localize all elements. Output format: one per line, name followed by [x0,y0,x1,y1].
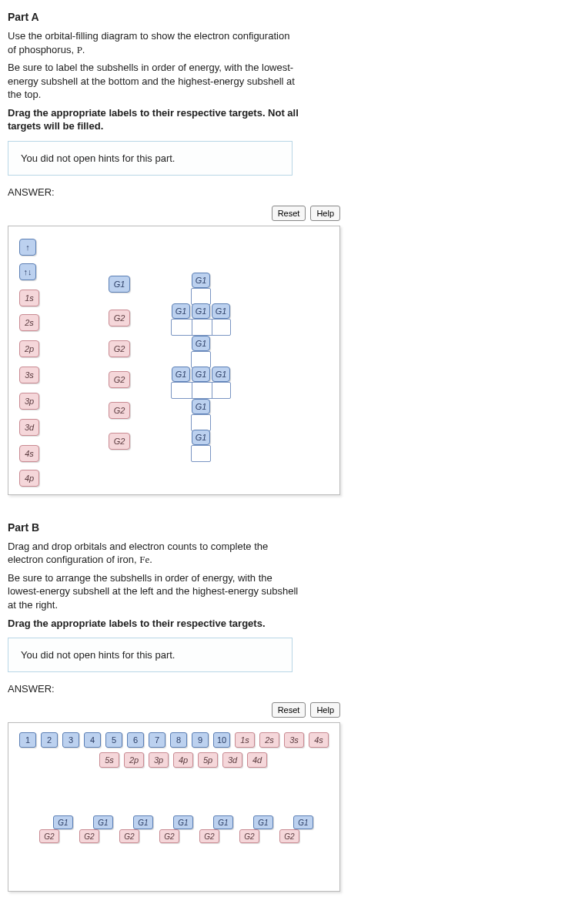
count-7-tile[interactable]: 7 [149,732,165,748]
g2-label-tile-5[interactable]: G2 [109,433,130,450]
part-a-paragraph-1: Use the orbital-filling diagram to show … [8,29,300,56]
g1-label-tile-col2[interactable]: G1 [109,276,130,293]
hint-box-a: You did not open hints for this part. [8,141,293,176]
workspace-a[interactable]: ↑ ↑↓ 1s 2s 2p 3s 3p 3d 4s 4p G1 G2 G2 G2… [8,226,340,495]
count-1-tile[interactable]: 1 [19,732,36,748]
answer-label-a: ANSWER: [8,186,557,198]
text: . [82,44,85,55]
orbital-3p-tile[interactable]: 3p [149,752,169,768]
electron-g1-r2c[interactable]: G1 [212,303,230,319]
count-6-tile[interactable]: 6 [127,732,144,748]
target-g1-3[interactable]: G1 [133,815,153,829]
part-a-title: Part A [8,11,557,23]
count-3-tile[interactable]: 3 [62,732,79,748]
electron-g1-r6[interactable]: G1 [192,430,210,445]
orbital-2p-tile[interactable]: 2p [124,752,144,768]
drop-slot-r6[interactable] [191,445,211,462]
drop-slot-r3[interactable] [191,351,211,368]
orbital-5s-tile[interactable]: 5s [99,752,119,768]
element-symbol-fe: Fe [139,554,149,565]
orbital-3d-tile[interactable]: 3d [222,752,242,768]
text: Drag and drop orbitals and electron coun… [8,541,268,566]
drop-slot-r4[interactable] [171,382,231,399]
target-pair-6[interactable]: G1 G2 [239,815,273,843]
target-pair-5[interactable]: G1 G2 [199,815,233,843]
subshell-2p-tile[interactable]: 2p [19,340,39,357]
part-b-paragraph-2: Be sure to arrange the subshells in orde… [8,571,300,612]
reset-button-b[interactable]: Reset [272,702,306,718]
drop-slot-r2[interactable] [171,319,231,336]
electron-g1-r4b[interactable]: G1 [192,367,210,382]
orbital-4s-tile[interactable]: 4s [309,732,329,748]
drop-slot-r5[interactable] [191,414,211,431]
answer-label-b: ANSWER: [8,683,557,695]
target-g1-5[interactable]: G1 [213,815,233,829]
target-g2-7[interactable]: G2 [279,829,299,843]
count-4-tile[interactable]: 4 [84,732,101,748]
reset-button-a[interactable]: Reset [272,206,306,221]
orbital-5p-tile[interactable]: 5p [198,752,218,768]
target-g1-7[interactable]: G1 [293,815,313,829]
electron-g1-r2a[interactable]: G1 [172,303,190,319]
orbital-4p-tile[interactable]: 4p [173,752,193,768]
target-pair-1[interactable]: G1 G2 [39,815,73,843]
help-button-a[interactable]: Help [310,206,340,221]
target-g2-5[interactable]: G2 [199,829,219,843]
target-pair-3[interactable]: G1 G2 [119,815,153,843]
target-pair-2[interactable]: G1 G2 [79,815,113,843]
target-g2-6[interactable]: G2 [239,829,259,843]
target-g2-1[interactable]: G2 [39,829,59,843]
subshell-3d-tile[interactable]: 3d [19,419,39,436]
target-g1-4[interactable]: G1 [173,815,193,829]
orbital-4d-tile[interactable]: 4d [247,752,267,768]
electron-g1-r3[interactable]: G1 [192,336,210,351]
count-9-tile[interactable]: 9 [192,732,209,748]
target-g1-1[interactable]: G1 [53,815,73,829]
electron-g1-r4c[interactable]: G1 [212,367,230,382]
electron-g1-r2b[interactable]: G1 [192,303,210,319]
orbital-3s-tile[interactable]: 3s [284,732,304,748]
subshell-3s-tile[interactable]: 3s [19,367,39,383]
subshell-4s-tile[interactable]: 4s [19,445,39,462]
g2-label-tile-3[interactable]: G2 [109,371,130,388]
hint-box-b: You did not open hints for this part. [8,638,293,672]
target-g2-3[interactable]: G2 [119,829,139,843]
subshell-1s-tile[interactable]: 1s [19,290,39,306]
hint-text: You did not open hints for this part. [21,152,175,164]
orbital-2s-tile[interactable]: 2s [259,732,279,748]
part-a-paragraph-2: Be sure to label the subshells in order … [8,61,300,102]
arrow-updown-tile[interactable]: ↑↓ [19,263,36,280]
count-2-tile[interactable]: 2 [41,732,58,748]
g2-label-tile-2[interactable]: G2 [109,340,130,357]
subshell-3p-tile[interactable]: 3p [19,393,39,410]
electron-g1-r5[interactable]: G1 [192,399,210,414]
target-pair-4[interactable]: G1 G2 [159,815,193,843]
electron-g1-r4a[interactable]: G1 [172,367,190,382]
g2-label-tile-4[interactable]: G2 [109,402,130,419]
subshell-4p-tile[interactable]: 4p [19,470,39,487]
text: . [149,554,152,565]
count-8-tile[interactable]: 8 [170,732,187,748]
g2-label-tile-1[interactable]: G2 [109,310,130,326]
electron-g1-r1[interactable]: G1 [192,273,210,288]
help-button-b[interactable]: Help [310,702,340,718]
target-g2-4[interactable]: G2 [159,829,179,843]
target-g2-2[interactable]: G2 [79,829,99,843]
part-b-title: Part B [8,521,557,534]
drop-slot-r1[interactable] [191,288,211,305]
element-symbol-p: P [77,44,82,55]
target-pair-7[interactable]: G1 G2 [279,815,313,843]
text: Use the orbital-filling diagram to show … [8,30,289,55]
orbital-1s-tile[interactable]: 1s [235,732,255,748]
part-b-paragraph-1: Drag and drop orbitals and electron coun… [8,540,300,567]
subshell-2s-tile[interactable]: 2s [19,314,39,331]
target-g1-6[interactable]: G1 [253,815,273,829]
count-5-tile[interactable]: 5 [105,732,122,748]
arrow-up-tile[interactable]: ↑ [19,239,36,256]
part-a-instruction: Drag the appropriate labels to their res… [8,106,300,133]
count-10-tile[interactable]: 10 [213,732,230,748]
hint-text-b: You did not open hints for this part. [21,649,175,661]
part-b-instruction: Drag the appropriate labels to their res… [8,617,300,631]
target-g1-2[interactable]: G1 [93,815,113,829]
workspace-b[interactable]: 1 2 3 4 5 6 7 8 9 10 1s 2s 3s 4s 5s 2p 3… [8,722,340,892]
